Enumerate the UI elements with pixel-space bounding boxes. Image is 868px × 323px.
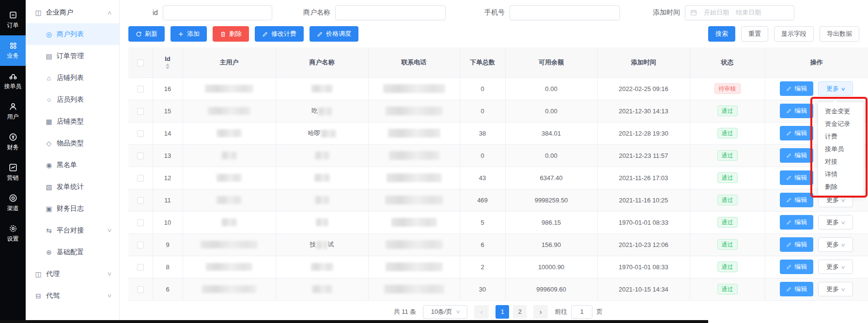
driving-icon: ⊟ [34, 292, 42, 300]
rail-item-label: 渠道 [7, 204, 19, 213]
sort-descending-icon[interactable] [166, 67, 170, 69]
dropdown-item[interactable]: 计费 [818, 130, 864, 143]
business-icon [9, 41, 17, 50]
merchant-name-filter-label: 商户名称 [303, 8, 330, 17]
rail-item-channels[interactable]: 渠道 [0, 188, 26, 218]
edit-button[interactable]: 编辑 [780, 170, 813, 185]
dropdown-item[interactable]: 对接 [818, 155, 864, 168]
search-button[interactable]: 搜索 [708, 26, 735, 42]
sort-ascending-icon[interactable] [166, 63, 170, 66]
row-checkbox[interactable] [137, 242, 144, 248]
redacted-phone [386, 240, 443, 249]
sidebar-item-base-config[interactable]: ⊛ 基础配置 [26, 241, 119, 263]
goto-page-input[interactable] [571, 305, 592, 319]
row-checkbox[interactable] [137, 197, 144, 204]
row-checkbox[interactable] [137, 286, 144, 293]
dropdown-item[interactable]: 资金记录 [818, 118, 864, 130]
dropdown-item[interactable]: 删除 [818, 181, 864, 193]
rail-item-finance[interactable]: 财务 [0, 127, 26, 157]
sidebar-item-shop-type[interactable]: ▦ 店铺类型 [26, 110, 119, 132]
delete-button[interactable]: 删除 [213, 26, 249, 42]
prev-page-button[interactable]: ‹ [474, 305, 489, 319]
edit-button[interactable]: 编辑 [780, 148, 813, 163]
rail-item-orders[interactable]: 订单 [0, 5, 26, 35]
row-checkbox[interactable] [137, 86, 144, 92]
more-button[interactable]: 更多 ∨ [818, 237, 853, 252]
date-range-picker[interactable]: 开始日期 结束日期 [685, 5, 794, 20]
sidebar-item-label: 店铺列表 [57, 74, 84, 82]
more-button[interactable]: 更多 ∨ [818, 282, 853, 296]
show-fields-button[interactable]: 显示字段 [774, 26, 814, 42]
row-checkbox[interactable] [137, 175, 144, 182]
row-checkbox[interactable] [137, 264, 144, 271]
sidebar-item-merchant-list[interactable]: ◎ 商户列表 [26, 23, 119, 45]
cell-order-total: 0 [460, 100, 505, 122]
more-button[interactable]: 更多 ∨ [818, 260, 853, 274]
more-button[interactable]: 更多 ∨ [818, 81, 853, 96]
cell-main-user [183, 77, 276, 100]
sidebar-group-agent[interactable]: ◫ 代理 ∨ [26, 263, 119, 285]
sidebar-item-label: 基础配置 [57, 248, 84, 257]
export-data-button[interactable]: 导出数据 [820, 26, 859, 42]
merchant-list-icon: ◎ [45, 31, 53, 38]
sidebar-item-finance-log[interactable]: ▣ 财务日志 [26, 198, 119, 219]
edit-button[interactable]: 编辑 [780, 81, 813, 96]
page-size-select[interactable]: 10条/页 ∨ [423, 305, 467, 319]
rail-item-settings[interactable]: 设置 [0, 218, 26, 249]
phone-filter-input[interactable] [510, 5, 620, 20]
app-window: 订单 业务 接单员 用户 财务 营销 渠道 设置 [0, 0, 868, 323]
sidebar-item-clerk-list[interactable]: ○ 店员列表 [26, 89, 119, 110]
edit-button[interactable]: 编辑 [780, 104, 813, 118]
sidebar-item-item-type[interactable]: ◇ 物品类型 [26, 132, 119, 154]
cell-contact-phone [368, 77, 460, 100]
row-checkbox[interactable] [137, 130, 144, 137]
table-header-row: Id 主用户 商户名称 联系电话 下单总数 可用余额 添 [128, 47, 868, 77]
sidebar-item-dispatch-stats[interactable]: ▧ 发单统计 [26, 176, 119, 198]
rail-item-couriers[interactable]: 接单员 [0, 66, 26, 96]
filter-bar: id 商户名称 手机号 添加时间 开始日期 结束日期 [128, 5, 859, 20]
sidebar-item-order-manage[interactable]: ▤ 订单管理 [26, 45, 119, 67]
sidebar-item-blacklist[interactable]: ◉ 黑名单 [26, 154, 119, 176]
rail-item-users[interactable]: 用户 [0, 96, 26, 127]
dropdown-item[interactable]: 接单员 [818, 143, 864, 155]
edit-button[interactable]: 编辑 [780, 260, 813, 274]
page-button-2[interactable]: 2 [513, 305, 527, 319]
cell-contact-phone [368, 189, 460, 211]
merchant-name-filter-input[interactable] [335, 5, 446, 20]
id-filter-input[interactable] [163, 5, 272, 20]
cell-contact-phone [368, 167, 460, 189]
row-checkbox[interactable] [137, 153, 144, 159]
column-header-main-user: 主用户 [183, 47, 276, 77]
dropdown-item[interactable]: 资金变更 [818, 105, 864, 118]
next-page-button[interactable]: › [533, 305, 548, 319]
sort-control[interactable] [166, 63, 170, 69]
sidebar-item-platform-connect[interactable]: ⇆ 平台对接 ∨ [26, 219, 119, 241]
dropdown-item[interactable]: 详情 [818, 168, 864, 181]
edit-button[interactable]: 编辑 [780, 237, 813, 252]
row-checkbox[interactable] [137, 108, 144, 115]
page-button-1[interactable]: 1 [496, 305, 509, 319]
edit-button[interactable]: 编辑 [780, 126, 813, 140]
sidebar-group-enterprise-merchants[interactable]: ◫ 企业商户 ∧ [26, 2, 119, 23]
add-button[interactable]: 添加 [170, 26, 207, 42]
edit-button[interactable]: 编辑 [780, 193, 813, 207]
cell-balance: 384.01 [505, 122, 597, 144]
rail-item-marketing[interactable]: 营销 [0, 157, 26, 188]
edit-button[interactable]: 编辑 [780, 282, 813, 296]
select-all-checkbox[interactable] [137, 60, 144, 66]
row-checkbox[interactable] [137, 219, 144, 226]
sidebar-group-driving[interactable]: ⊟ 代驾 ∨ [26, 285, 119, 307]
redacted-name [312, 285, 332, 293]
sidebar-item-shop-list[interactable]: ⌂ 店铺列表 [26, 67, 119, 89]
reset-button[interactable]: 重置 [741, 26, 768, 42]
rail-item-business[interactable]: 业务 [0, 35, 26, 66]
column-header-id[interactable]: Id [165, 55, 170, 62]
edit-button[interactable]: 编辑 [780, 215, 813, 230]
rail-item-label: 接单员 [4, 82, 22, 91]
cell-balance: 6347.40 [505, 167, 597, 189]
edit-billing-button[interactable]: 修改计费 [255, 26, 304, 42]
merchant-table-wrap: Id 主用户 商户名称 联系电话 下单总数 可用余额 添 [128, 47, 859, 301]
more-button[interactable]: 更多 ∨ [818, 215, 853, 230]
refresh-button[interactable]: 刷新 [128, 26, 165, 42]
price-adjust-button[interactable]: 价格调度 [310, 26, 358, 42]
